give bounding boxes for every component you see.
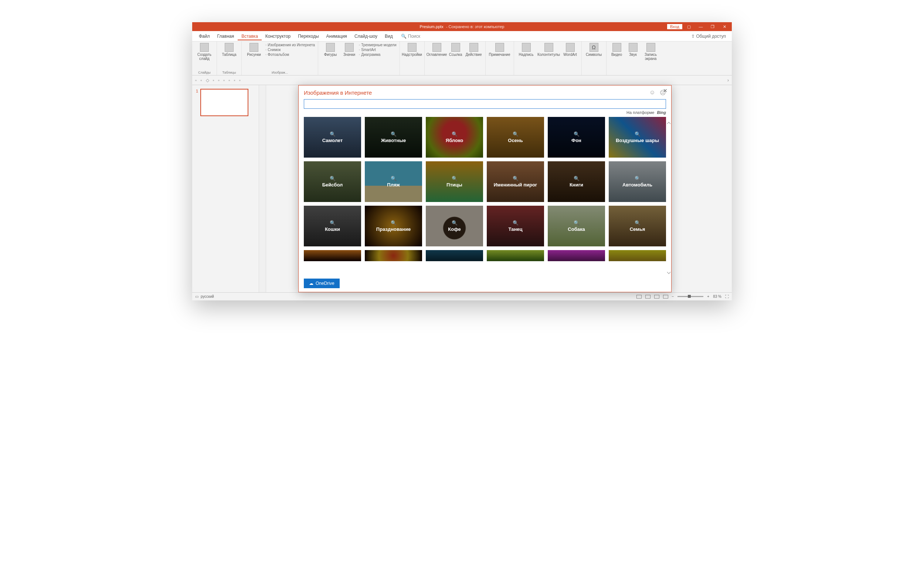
scrollbar[interactable] (667, 122, 670, 273)
wordart-button[interactable]: WordArt (562, 43, 578, 56)
category-tile[interactable]: 🔍Животные (365, 117, 422, 157)
shapes-button[interactable]: Фигуры (321, 43, 340, 56)
category-tile[interactable]: 🔍Автомобиль (609, 161, 666, 202)
zoom-slider[interactable] (678, 296, 703, 297)
arrange-tool[interactable]: ▫ (234, 78, 236, 83)
icons-button[interactable]: Значки (342, 43, 356, 56)
magnifier-icon: 🔍 (450, 220, 459, 226)
screenrec-icon (647, 43, 655, 52)
category-tile[interactable]: 🔍Пляж (365, 161, 422, 202)
category-tile[interactable]: 🔍Воздушные шары (609, 117, 666, 157)
category-tile[interactable]: 🔍Семья (609, 206, 666, 247)
tab-animations[interactable]: Анимация (323, 32, 351, 40)
magnifier-icon: 🔍 (389, 176, 398, 181)
tab-home[interactable]: Главная (214, 32, 238, 40)
category-tile[interactable]: 🔍Птицы (426, 161, 483, 202)
onedrive-button[interactable]: ☁ OneDrive (304, 278, 340, 288)
arrange-tool[interactable]: ▫ (239, 78, 241, 83)
tab-view[interactable]: Вид (381, 32, 397, 40)
chart-button[interactable]: Диаграмма (359, 53, 397, 56)
notes-icon[interactable]: ▭ (195, 295, 198, 298)
zoom-toc-button[interactable]: Оглавление (427, 43, 446, 56)
arrange-tool[interactable]: ▫ (223, 78, 225, 83)
category-label: Книги (568, 182, 585, 187)
maximize-button[interactable]: ❐ (708, 25, 718, 29)
arrange-tool[interactable]: ▫ (218, 78, 219, 83)
collapse-ribbon-icon[interactable]: › (728, 78, 729, 83)
video-button[interactable]: Видео (609, 43, 624, 56)
tab-insert[interactable]: Вставка (238, 32, 262, 40)
symbols-button[interactable]: ΩСимволы (585, 43, 603, 56)
category-tile[interactable]: 🔍Танец (487, 206, 544, 247)
photo-album-button[interactable]: Фотоальбом (266, 53, 315, 56)
normal-view-button[interactable] (637, 295, 642, 298)
category-tile[interactable] (487, 250, 544, 261)
3d-models-button[interactable]: Трехмерные модели (359, 43, 397, 47)
sorter-view-button[interactable] (645, 295, 650, 298)
category-tile[interactable] (304, 250, 361, 261)
minimize-button[interactable]: — (696, 25, 706, 29)
zoom-out-button[interactable]: − (672, 295, 674, 298)
audio-button[interactable]: Звук (627, 43, 640, 56)
category-tile[interactable]: 🔍Празднование (365, 206, 422, 247)
comment-button[interactable]: Примечание (488, 43, 511, 56)
category-tile[interactable] (548, 250, 605, 261)
textbox-button[interactable]: Надпись (517, 43, 536, 56)
addins-button[interactable]: Надстройки (403, 43, 421, 56)
zoom-level[interactable]: 83 % (713, 295, 721, 298)
dialog-close-button[interactable]: ✕ (663, 88, 668, 94)
link-button[interactable]: Ссылка (448, 43, 463, 56)
arrange-tool[interactable]: ▫ (200, 78, 202, 83)
pictures-icon (249, 43, 258, 52)
smile-feedback-icon[interactable]: ☺ (649, 89, 655, 96)
tell-me-search[interactable]: 🔍 Поиск (401, 34, 420, 39)
slideshow-view-button[interactable] (663, 295, 668, 298)
category-tile[interactable]: 🔍Фон (548, 117, 605, 157)
online-pictures-button[interactable]: Изображения из Интернета (266, 43, 315, 47)
table-button[interactable]: Таблица (220, 43, 238, 56)
arrange-tool[interactable]: ▫ (228, 78, 230, 83)
tab-file[interactable]: Файл (195, 32, 214, 40)
category-tile[interactable] (365, 250, 422, 261)
slide-thumbnail-1[interactable] (200, 89, 248, 116)
ribbon-display-options-icon[interactable]: ▢ (684, 25, 694, 29)
tab-transitions[interactable]: Переходы (294, 32, 322, 40)
smartart-button[interactable]: SmartArt (359, 48, 397, 52)
pictures-button[interactable]: Рисунки (245, 43, 263, 56)
screen-recording-button[interactable]: Запись экрана (642, 43, 660, 61)
group-label-tables: Таблицы (223, 71, 236, 74)
arrange-tool[interactable]: ▫ (213, 78, 214, 83)
tab-design[interactable]: Конструктор (262, 32, 294, 40)
reading-view-button[interactable] (654, 295, 659, 298)
category-tile[interactable] (609, 250, 666, 261)
signin-button[interactable]: Вход (667, 24, 682, 29)
new-slide-button[interactable]: Создать слайд (195, 43, 214, 61)
language-indicator[interactable]: русский (201, 295, 214, 298)
arrange-tool[interactable]: ◇ (206, 78, 209, 83)
image-search-input[interactable] (304, 99, 666, 109)
zoom-in-button[interactable]: + (707, 295, 709, 298)
category-tile[interactable]: 🔍Бейсбол (304, 161, 361, 202)
fit-to-window-button[interactable]: ⛶ (725, 295, 729, 298)
tab-slideshow[interactable]: Слайд-шоу (351, 32, 381, 40)
category-label: Кошки (323, 227, 342, 232)
category-tile[interactable]: 🔍Собака (548, 206, 605, 247)
category-tile[interactable]: 🔍Книги (548, 161, 605, 202)
header-footer-button[interactable]: Колонтитулы (538, 43, 560, 56)
category-tile[interactable]: 🔍Самолет (304, 117, 361, 157)
category-label: Танец (507, 227, 524, 232)
close-button[interactable]: ✕ (719, 25, 729, 29)
category-tile[interactable]: 🔍Кофе (426, 206, 483, 247)
dialog-title: Изображения в Интернете (304, 89, 372, 96)
category-tile[interactable] (426, 250, 483, 261)
category-tile[interactable]: 🔍Яблоко (426, 117, 483, 157)
screenshot-button[interactable]: Снимок (266, 48, 315, 52)
category-tile[interactable]: 🔍Именинный пирог (487, 161, 544, 202)
category-label: Собака (566, 227, 586, 232)
action-button[interactable]: Действие (465, 43, 482, 56)
category-tile[interactable]: 🔍Осень (487, 117, 544, 157)
powered-by-label: На платформе Bing (299, 109, 671, 117)
category-tile[interactable]: 🔍Кошки (304, 206, 361, 247)
share-button[interactable]: ⇪ Общий доступ (688, 33, 729, 40)
arrange-tool[interactable]: ▫ (195, 78, 196, 83)
